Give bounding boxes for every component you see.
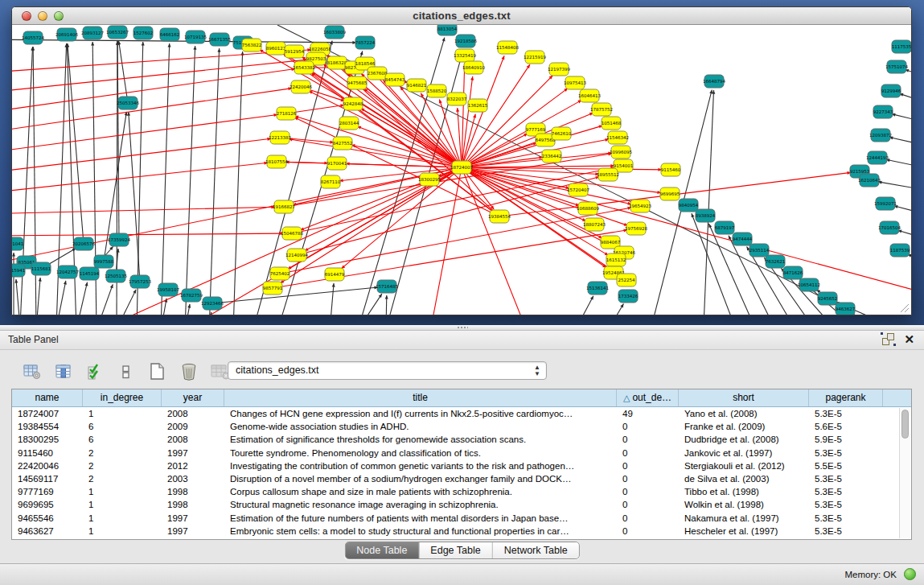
table-select-dropdown[interactable]: citations_edges.txt ▲▼ bbox=[228, 361, 547, 380]
network-node[interactable]: 12444193 bbox=[866, 151, 889, 164]
network-node[interactable]: 12213383 bbox=[269, 131, 291, 144]
network-node[interactable]: 18955512 bbox=[597, 168, 619, 181]
network-edge[interactable] bbox=[12, 207, 275, 214]
select-all-icon[interactable] bbox=[85, 362, 105, 381]
network-node[interactable]: 12093872 bbox=[869, 129, 892, 142]
column-header-name[interactable]: name bbox=[12, 389, 83, 406]
network-node[interactable]: 16033809 bbox=[323, 26, 346, 39]
network-edge[interactable] bbox=[462, 167, 911, 290]
network-node[interactable]: 2718126 bbox=[277, 107, 297, 120]
network-edge[interactable] bbox=[76, 282, 88, 315]
network-node[interactable]: 8322037 bbox=[447, 93, 467, 105]
network-node[interactable]: 9227343 bbox=[873, 105, 893, 118]
network-edge[interactable] bbox=[309, 91, 462, 167]
network-edge[interactable] bbox=[161, 43, 170, 315]
network-node[interactable]: 8427552 bbox=[333, 137, 353, 150]
network-canvas[interactable]: 1405572420691406208931271065326715276026… bbox=[12, 25, 911, 315]
network-node[interactable]: 22420046 bbox=[290, 80, 312, 93]
table-row[interactable]: 911546021997Tourette syndrome. Phenomeno… bbox=[12, 447, 911, 459]
network-node[interactable]: 19384554 bbox=[488, 210, 511, 223]
memory-status-indicator[interactable] bbox=[904, 568, 916, 580]
network-edge[interactable] bbox=[117, 290, 136, 315]
network-node[interactable]: 15046788 bbox=[281, 227, 303, 240]
network-node[interactable]: 1733426 bbox=[618, 290, 639, 303]
network-node[interactable]: 9115460 bbox=[661, 163, 681, 176]
tab-network-table[interactable]: Network Table bbox=[493, 542, 579, 558]
network-node[interactable]: 9146821 bbox=[407, 79, 427, 92]
network-node[interactable]: 252254 bbox=[617, 274, 636, 286]
table-vertical-scrollbar[interactable] bbox=[899, 408, 910, 538]
network-edge[interactable] bbox=[185, 46, 195, 315]
network-node[interactable]: 8938924 bbox=[696, 209, 716, 222]
network-node[interactable]: 8267110 bbox=[321, 175, 341, 188]
network-node[interactable]: 1615132 bbox=[606, 253, 626, 266]
network-edge[interactable] bbox=[16, 279, 20, 315]
column-header-out_de[interactable]: △out_de… bbox=[617, 389, 679, 406]
table-row[interactable]: 946554611997Estimation of the future num… bbox=[12, 512, 911, 525]
network-node[interactable]: 12505135 bbox=[105, 270, 127, 282]
network-edge[interactable] bbox=[292, 167, 614, 233]
table-row[interactable]: 1872400712008Changes of HCN gene express… bbox=[12, 407, 911, 420]
network-node[interactable]: 17875752 bbox=[590, 103, 613, 116]
network-node[interactable]: 15992071 bbox=[874, 197, 897, 210]
network-edge[interactable] bbox=[358, 294, 382, 315]
network-node[interactable]: 10996095 bbox=[610, 146, 632, 159]
network-node[interactable]: 18807243 bbox=[583, 218, 606, 231]
network-node[interactable]: 18300295 bbox=[418, 173, 441, 186]
show-columns-icon[interactable] bbox=[54, 362, 73, 381]
network-edge[interactable] bbox=[12, 89, 292, 134]
network-node[interactable]: 8960123 bbox=[266, 42, 286, 55]
network-node[interactable]: 17359924 bbox=[108, 233, 130, 246]
network-node[interactable]: 7857224 bbox=[355, 36, 376, 49]
table-row[interactable]: 977716911998Corpus callosum shape and si… bbox=[12, 485, 911, 498]
network-node[interactable]: 15720407 bbox=[567, 183, 589, 196]
float-panel-icon[interactable] bbox=[882, 333, 894, 345]
network-node[interactable]: 1891041 bbox=[12, 237, 23, 250]
network-node[interactable]: 10719135 bbox=[184, 31, 207, 43]
network-node[interactable]: 9840954 bbox=[679, 199, 699, 212]
network-node[interactable]: 1115681 bbox=[31, 262, 51, 275]
network-node[interactable]: 25053346 bbox=[117, 97, 139, 109]
network-node[interactable]: 20691406 bbox=[55, 28, 78, 41]
network-node[interactable]: 12197399 bbox=[548, 63, 570, 76]
network-node[interactable]: 8454743 bbox=[385, 73, 405, 86]
network-node[interactable]: 5912954 bbox=[285, 45, 305, 58]
network-node[interactable]: 7563822 bbox=[242, 39, 262, 51]
network-node[interactable]: 18724007 bbox=[450, 161, 473, 174]
network-node[interactable]: 16648794 bbox=[703, 75, 725, 88]
network-node[interactable]: 8471626 bbox=[783, 266, 803, 279]
network-edge[interactable] bbox=[607, 303, 623, 315]
clear-selection-icon[interactable] bbox=[117, 362, 136, 381]
network-node[interactable]: 1588520 bbox=[427, 84, 447, 97]
network-node[interactable]: 11548408 bbox=[496, 41, 519, 54]
network-edge[interactable] bbox=[886, 159, 911, 166]
network-node[interactable]: 3915941 bbox=[12, 264, 25, 277]
network-node[interactable]: 2935114 bbox=[749, 244, 770, 257]
network-node[interactable]: 9245652 bbox=[818, 292, 838, 305]
table-row[interactable]: 946362711997Embryonic stem cells: a mode… bbox=[12, 525, 911, 538]
network-node[interactable]: 16210643 bbox=[858, 174, 881, 187]
network-node[interactable]: 6466162 bbox=[160, 28, 180, 41]
new-file-icon[interactable] bbox=[148, 362, 167, 381]
table-row[interactable]: 1938455462009Genome-wide association stu… bbox=[12, 420, 911, 433]
network-node[interactable]: 19654923 bbox=[629, 200, 651, 212]
network-node[interactable]: 7462610 bbox=[552, 127, 572, 140]
network-node[interactable]: 9463627 bbox=[836, 303, 856, 315]
network-node[interactable]: 16671355 bbox=[208, 33, 231, 46]
network-edge[interactable] bbox=[129, 112, 140, 282]
network-edge[interactable] bbox=[36, 278, 40, 315]
network-node[interactable]: 12140994 bbox=[285, 249, 308, 262]
column-header-short[interactable]: short bbox=[679, 389, 809, 406]
table-row[interactable]: 1456911722003Disruption of a novel membe… bbox=[12, 472, 911, 485]
network-node[interactable]: 15136141 bbox=[586, 282, 609, 295]
table-settings-icon[interactable] bbox=[23, 362, 42, 381]
network-node[interactable]: 15716485 bbox=[376, 280, 398, 293]
network-node[interactable]: 11546342 bbox=[606, 131, 629, 144]
network-node[interactable]: 19756928 bbox=[625, 222, 647, 235]
network-node[interactable]: 12923466 bbox=[201, 297, 224, 310]
network-node[interactable]: 6879197 bbox=[715, 221, 735, 234]
network-node[interactable]: 19218586 bbox=[454, 35, 477, 47]
resize-grip-icon[interactable] bbox=[898, 302, 910, 313]
network-edge[interactable] bbox=[878, 182, 911, 188]
network-edge[interactable] bbox=[212, 287, 378, 303]
